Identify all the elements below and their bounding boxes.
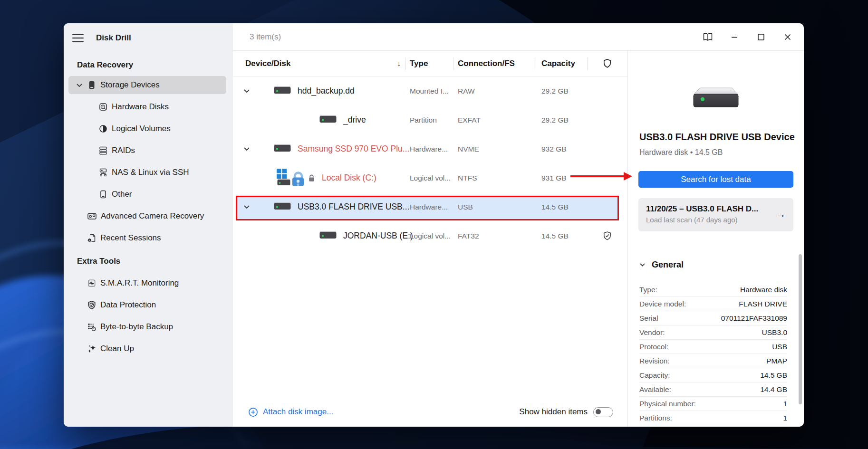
table-row-samsung-ssd[interactable]: Samsung SSD 970 EVO Plu... Hardware... N… xyxy=(233,134,627,163)
sidebar-item-nas-linux-ssh[interactable]: NAS & Linux via SSH xyxy=(64,162,233,183)
scrollbar[interactable] xyxy=(799,254,802,404)
system-disk-lock-icon xyxy=(277,169,304,188)
table-body: hdd_backup.dd Mounted I... RAW 29.2 GB _… xyxy=(233,76,627,397)
sidebar-item-label: RAIDs xyxy=(112,146,135,155)
property-row-device-model: Device model:FLASH DRIVE xyxy=(639,297,787,311)
sidebar-item-raids[interactable]: RAIDs xyxy=(64,140,233,162)
storage-device-icon xyxy=(87,80,96,90)
load-last-scan-card[interactable]: 11/20/25 – USB3.0 FLASH D... Load last s… xyxy=(638,198,793,231)
main-content: 3 item(s) De xyxy=(233,23,804,427)
panes: Device/Disk ↓ Type Connection/FS Capacit… xyxy=(233,51,804,427)
other-drive-icon xyxy=(98,190,108,199)
column-header-capacity[interactable]: Capacity xyxy=(534,59,587,68)
minimize-icon[interactable] xyxy=(723,27,746,47)
device-title: USB3.0 FLASH DRIVE USB Device xyxy=(639,132,798,143)
sidebar-item-byte-to-byte-backup[interactable]: Byte-to-byte Backup xyxy=(64,316,233,338)
sidebar-item-label: Clean Up xyxy=(100,344,134,353)
sidebar-item-label: Data Protection xyxy=(100,300,156,310)
sidebar-item-other[interactable]: Other xyxy=(64,183,233,205)
sidebar-item-label: Other xyxy=(112,190,132,199)
knowledge-base-book-icon[interactable] xyxy=(696,27,719,47)
sidebar-item-label: Hardware Disks xyxy=(112,102,169,112)
sidebar-item-label: Byte-to-byte Backup xyxy=(100,322,173,332)
column-header-device[interactable]: Device/Disk ↓ xyxy=(233,59,405,68)
disk-icon xyxy=(274,143,291,155)
chevron-down-icon[interactable] xyxy=(243,205,250,209)
section-label-extra-tools: Extra Tools xyxy=(77,257,233,266)
table-row-usb-flash-drive[interactable]: USB3.0 FLASH DRIVE USB... Hardware... US… xyxy=(233,192,627,221)
table-row-hdd-backup[interactable]: hdd_backup.dd Mounted I... RAW 29.2 GB xyxy=(233,76,627,105)
device-detail-panel: USB3.0 FLASH DRIVE USB Device Hardware d… xyxy=(627,51,804,427)
shield-icon xyxy=(602,58,612,68)
device-drive-icon xyxy=(693,84,739,112)
disk-icon xyxy=(319,230,337,242)
titlebar: 3 item(s) xyxy=(233,23,804,51)
column-header-connection[interactable]: Connection/FS xyxy=(453,59,534,68)
property-row-partitions: Partitions:1 xyxy=(639,411,787,425)
column-header-protection[interactable] xyxy=(587,58,627,68)
table-row-drive-partition[interactable]: _drive Partition EXFAT 29.2 GB xyxy=(233,105,627,134)
property-row-serial: Serial0701121FAF331089 xyxy=(639,311,787,325)
raid-stack-icon xyxy=(98,146,108,155)
window-controls xyxy=(693,27,799,47)
sparkles-icon xyxy=(87,344,96,353)
table-row-local-disk-c[interactable]: Local Disk (C:) Logical vol... NTFS 931 … xyxy=(233,163,627,192)
sidebar-item-advanced-camera-recovery[interactable]: Advanced Camera Recovery xyxy=(64,205,233,227)
sidebar-item-label: NAS & Linux via SSH xyxy=(112,168,189,177)
section-label-data-recovery: Data Recovery xyxy=(77,60,233,70)
sidebar-item-label: Advanced Camera Recovery xyxy=(101,211,204,221)
sidebar-item-hardware-disks[interactable]: Hardware Disks xyxy=(64,96,233,118)
chevron-down-icon xyxy=(76,80,83,90)
app-title: Disk Drill xyxy=(96,33,131,43)
session-file-gear-icon xyxy=(87,233,96,243)
hard-disk-icon xyxy=(98,102,108,112)
disk-icon xyxy=(274,85,291,97)
property-row-type: Type:Hardware disk xyxy=(639,283,787,297)
sidebar-header: Disk Drill xyxy=(64,23,233,53)
sidebar-item-recent-sessions[interactable]: Recent Sessions xyxy=(64,227,233,249)
sidebar-item-smart-monitoring[interactable]: S.M.A.R.T. Monitoring xyxy=(64,272,233,294)
sidebar-item-logical-volumes[interactable]: Logical Volumes xyxy=(64,118,233,140)
table-header: Device/Disk ↓ Type Connection/FS Capacit… xyxy=(233,51,627,76)
property-row-protocol: Protocol:USB xyxy=(639,340,787,354)
camera-icon xyxy=(87,211,97,221)
chevron-down-icon[interactable] xyxy=(243,147,250,151)
attach-disk-image-button[interactable]: Attach disk image... xyxy=(248,407,333,417)
sidebar-item-data-protection[interactable]: Data Protection xyxy=(64,294,233,316)
nas-server-icon xyxy=(98,168,108,177)
sidebar-item-label: Logical Volumes xyxy=(112,124,171,134)
property-row-physical-number: Physical number:1 xyxy=(639,397,787,411)
device-table: Device/Disk ↓ Type Connection/FS Capacit… xyxy=(233,51,627,427)
sidebar: Disk Drill Data Recovery Storage Devices… xyxy=(64,23,233,427)
smart-activity-icon xyxy=(87,278,96,288)
property-row-available: Available:14.4 GB xyxy=(639,382,787,397)
sidebar-item-clean-up[interactable]: Clean Up xyxy=(64,338,233,360)
arrow-right-icon: → xyxy=(776,209,786,220)
disk-drill-window: Disk Drill Data Recovery Storage Devices… xyxy=(64,23,804,427)
show-hidden-items: Show hidden items xyxy=(519,407,613,417)
sidebar-item-label: S.M.A.R.T. Monitoring xyxy=(100,278,179,288)
sort-descending-icon[interactable]: ↓ xyxy=(397,59,401,68)
chevron-down-icon[interactable] xyxy=(243,89,250,93)
column-header-type[interactable]: Type xyxy=(405,59,453,68)
device-subtitle: Hardware disk • 14.5 GB xyxy=(639,148,723,157)
search-for-lost-data-button[interactable]: Search for lost data xyxy=(638,171,793,188)
logical-volume-icon xyxy=(98,124,108,134)
shield-check-icon xyxy=(602,231,612,241)
maximize-icon[interactable] xyxy=(750,27,772,47)
byte-grid-clock-icon xyxy=(87,322,96,332)
table-row-jordan-usb[interactable]: JORDAN-USB (E:) Logical vol... FAT32 14.… xyxy=(233,221,627,250)
property-row-vendor: Vendor:USB3.0 xyxy=(639,325,787,340)
property-row-capacity: Capacity:14.5 GB xyxy=(639,368,787,382)
lock-icon xyxy=(308,174,315,182)
sidebar-item-label: Storage Devices xyxy=(100,80,160,90)
hamburger-menu-icon[interactable] xyxy=(72,34,84,42)
chevron-down-icon xyxy=(639,263,646,267)
plus-circle-icon xyxy=(248,407,258,417)
show-hidden-toggle[interactable] xyxy=(593,407,613,417)
sidebar-item-label: Recent Sessions xyxy=(100,233,161,243)
sidebar-item-storage-devices[interactable]: Storage Devices xyxy=(68,76,226,94)
general-section-header[interactable]: General xyxy=(639,260,684,270)
close-icon[interactable] xyxy=(776,27,799,47)
item-count: 3 item(s) xyxy=(250,32,281,42)
